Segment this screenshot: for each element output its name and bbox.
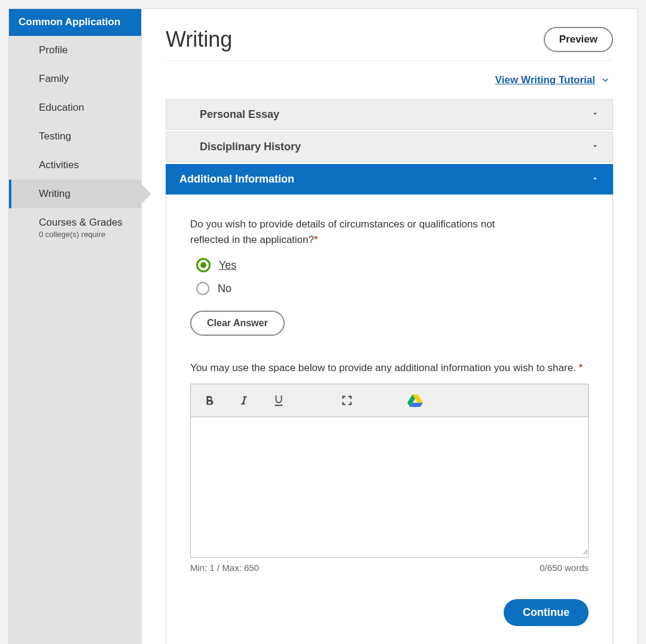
sidebar-item-label: Writing [39,188,71,199]
accordion-body-additional-information: Do you wish to provide details of circum… [166,196,613,644]
sidebar-item-writing[interactable]: Writing [9,180,141,208]
clear-answer-button[interactable]: Clear Answer [190,311,285,336]
caret-up-icon [591,174,599,185]
sidebar-item-label: Testing [39,130,71,142]
italic-icon[interactable] [236,393,252,408]
sidebar: Common Application Profile Family Educat… [9,9,142,644]
radio-icon-selected [196,258,211,272]
accordion-title: Personal Essay [200,108,279,121]
tutorial-row: View Writing Tutorial [166,74,613,86]
chevron-down-icon [601,76,613,84]
fullscreen-icon[interactable] [339,393,355,408]
app-frame: Common Application Profile Family Educat… [8,8,638,644]
caret-down-icon [591,142,599,153]
editor-toolbar [191,384,588,417]
required-asterisk: * [579,362,583,373]
google-drive-icon[interactable] [407,393,423,408]
continue-button[interactable]: Continue [504,599,589,626]
accordion-title: Disciplinary History [200,141,301,153]
caret-down-icon [591,110,599,120]
rich-text-editor [190,384,589,558]
sidebar-item-courses-grades[interactable]: Courses & Grades 0 college(s) require [9,208,141,247]
radio-label: No [218,282,231,295]
sidebar-item-testing[interactable]: Testing [9,122,141,151]
radio-label: Yes [219,259,236,272]
radio-no[interactable]: No [196,282,589,295]
sidebar-item-family[interactable]: Family [9,65,141,93]
main-header: Writing Preview [166,27,613,61]
additional-info-textarea[interactable] [191,417,588,555]
editor-meta: Min: 1 / Max: 650 0/650 words [190,563,589,573]
editor-min-max: Min: 1 / Max: 650 [190,563,259,573]
sidebar-item-label: Courses & Grades [39,217,123,228]
preview-button[interactable]: Preview [544,27,613,52]
accordion-additional-information[interactable]: Additional Information [166,164,613,195]
bold-icon[interactable] [202,393,217,408]
page-title: Writing [166,27,232,52]
footer-actions: Continue [190,599,589,626]
accordion-personal-essay[interactable]: Personal Essay [166,99,613,130]
sidebar-item-label: Activities [39,159,79,171]
sidebar-item-label: Profile [39,44,68,56]
radio-yes[interactable]: Yes [196,258,589,272]
view-tutorial-link[interactable]: View Writing Tutorial [495,74,595,86]
editor-area [191,417,588,557]
sidebar-title: Common Application [9,9,141,36]
sidebar-item-profile[interactable]: Profile [9,36,141,65]
sidebar-item-label: Education [39,102,84,113]
radio-icon [196,282,209,295]
question-provide-details: Do you wish to provide details of circum… [190,217,525,247]
accordion-disciplinary-history[interactable]: Disciplinary History [166,132,613,162]
accordion-title: Additional Information [179,173,294,186]
radio-group-provide-details: Yes No [196,258,589,295]
editor-prompt: You may use the space below to provide a… [190,362,589,374]
sidebar-item-activities[interactable]: Activities [9,151,141,180]
underline-icon[interactable] [271,393,287,408]
editor-word-count: 0/650 words [540,563,589,573]
sidebar-item-sublabel: 0 college(s) require [39,230,132,239]
required-asterisk: * [314,234,318,245]
sidebar-item-label: Family [39,73,69,84]
sidebar-item-education[interactable]: Education [9,93,141,122]
main-content: Writing Preview View Writing Tutorial Pe… [142,9,637,644]
